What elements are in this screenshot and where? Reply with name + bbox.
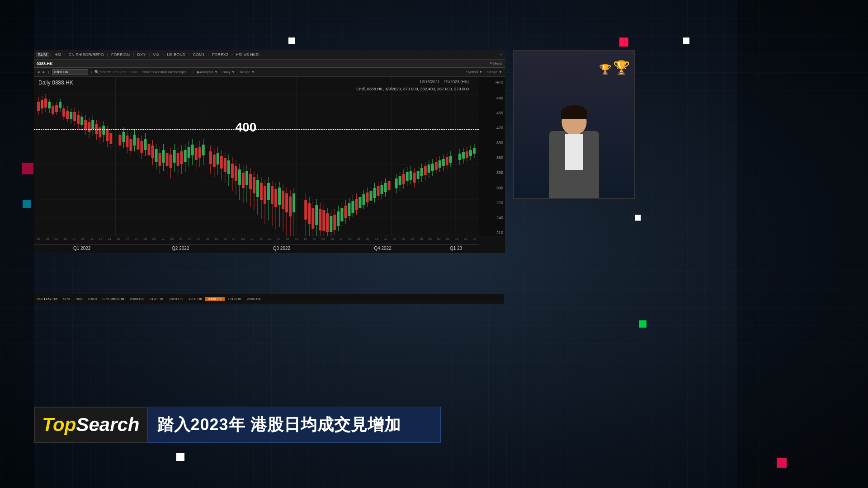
tab-foreign[interactable]: FOREIGN bbox=[109, 52, 132, 57]
ticker-0178: 0178.HK bbox=[146, 297, 166, 301]
svg-rect-107 bbox=[209, 151, 212, 164]
svg-rect-83 bbox=[162, 150, 165, 163]
candles-q1-2022 bbox=[37, 94, 112, 150]
svg-rect-91 bbox=[177, 153, 179, 166]
tab-usbond[interactable]: US BOND bbox=[165, 52, 188, 57]
svg-rect-179 bbox=[348, 203, 350, 216]
ticker-spx2: SPX 3690.HK bbox=[99, 297, 127, 301]
t50: 26 bbox=[470, 237, 479, 244]
svg-rect-239 bbox=[466, 151, 468, 158]
share-btn[interactable]: Share via Eikon Messenger... bbox=[142, 70, 189, 74]
tab-com1[interactable]: COM1 bbox=[191, 52, 207, 57]
svg-rect-19 bbox=[41, 100, 43, 108]
nav-back[interactable]: ◄ bbox=[37, 70, 40, 74]
shape-btn[interactable]: Shape ▼ bbox=[487, 70, 502, 74]
svg-rect-235 bbox=[458, 154, 461, 160]
svg-rect-173 bbox=[337, 211, 340, 226]
svg-rect-137 bbox=[264, 186, 266, 204]
t45: 26 bbox=[425, 237, 434, 244]
bottom-banner: TopSearch 踏入2023年 港股日均成交見增加 bbox=[34, 407, 441, 443]
search-btn[interactable]: 🔍 Search bbox=[94, 70, 112, 74]
t31: 19 bbox=[301, 237, 310, 244]
symbol-btn[interactable]: Symbol ▼ bbox=[466, 70, 483, 74]
svg-rect-47 bbox=[91, 120, 94, 129]
tab-hsi-hkd[interactable]: HSI VS HKD bbox=[233, 52, 261, 57]
svg-rect-87 bbox=[170, 155, 172, 168]
svg-rect-209 bbox=[406, 172, 409, 181]
svg-rect-163 bbox=[319, 209, 321, 230]
timeframe-btn[interactable]: Daily ▼ bbox=[222, 70, 235, 74]
svg-rect-85 bbox=[166, 153, 169, 166]
svg-rect-197 bbox=[381, 185, 383, 194]
t20: 06 bbox=[203, 237, 212, 244]
t11: 07 bbox=[123, 237, 132, 244]
ticker-baoi-name: BAOI bbox=[88, 297, 97, 301]
svg-rect-135 bbox=[260, 183, 263, 200]
nav-fwd[interactable]: ► bbox=[42, 70, 46, 74]
tab-sum[interactable]: SUM bbox=[36, 52, 49, 57]
svg-rect-71 bbox=[140, 141, 143, 153]
t22: 20 bbox=[221, 237, 230, 244]
t18: 16 bbox=[185, 237, 194, 244]
svg-rect-169 bbox=[330, 216, 332, 232]
ticker-bar: HSI 1157.HK SPX IXIC BAOI SPX 3690.HK 03… bbox=[34, 294, 504, 304]
svg-rect-27 bbox=[55, 105, 58, 112]
chart-title-bar: 0388.HK ≡ Menu bbox=[34, 60, 505, 68]
t33: 03 bbox=[319, 237, 328, 244]
minimize-btn[interactable]: － bbox=[499, 52, 503, 57]
svg-rect-171 bbox=[333, 215, 336, 230]
svg-rect-189 bbox=[366, 192, 368, 202]
symbol-search[interactable] bbox=[52, 69, 88, 75]
svg-rect-203 bbox=[395, 178, 398, 188]
t42: 05 bbox=[399, 237, 408, 244]
svg-rect-29 bbox=[59, 102, 61, 108]
t21: 13 bbox=[212, 237, 221, 244]
svg-rect-153 bbox=[292, 193, 295, 212]
svg-rect-75 bbox=[148, 144, 151, 155]
svg-rect-183 bbox=[355, 199, 358, 210]
svg-rect-37 bbox=[73, 112, 76, 121]
time-axis: 20 28 03 10 17 24 31 14 21 28 07 21 28 0… bbox=[34, 236, 505, 253]
svg-rect-45 bbox=[88, 122, 90, 132]
svg-rect-139 bbox=[267, 183, 270, 200]
price-300: 300 bbox=[481, 186, 503, 190]
t47: 09 bbox=[443, 237, 453, 244]
tab-shibor[interactable]: CN SHIBOR/REPO bbox=[66, 52, 106, 57]
menu-btn[interactable]: ≡ Menu bbox=[490, 61, 502, 66]
svg-rect-145 bbox=[278, 188, 281, 205]
tab-vix[interactable]: VIX bbox=[151, 52, 162, 57]
svg-rect-31 bbox=[62, 108, 65, 117]
q1-2022: Q1 2022 bbox=[34, 245, 130, 253]
svg-rect-105 bbox=[202, 145, 205, 155]
svg-rect-191 bbox=[370, 191, 373, 201]
tab-hsi[interactable]: HSI bbox=[52, 52, 63, 57]
svg-rect-79 bbox=[155, 149, 158, 162]
svg-rect-221 bbox=[428, 164, 430, 173]
svg-rect-229 bbox=[442, 159, 445, 166]
video-inset: 🏆 🏆 bbox=[513, 50, 635, 199]
t27: 22 bbox=[265, 237, 274, 244]
svg-rect-225 bbox=[435, 162, 438, 170]
svg-rect-103 bbox=[198, 147, 201, 158]
svg-rect-213 bbox=[413, 173, 416, 183]
range-btn[interactable]: Range ▼ bbox=[240, 70, 255, 74]
svg-rect-157 bbox=[308, 203, 311, 224]
t39: 14 bbox=[372, 237, 381, 244]
t37: 31 bbox=[354, 237, 363, 244]
t13: 28 bbox=[141, 237, 150, 244]
svg-rect-63 bbox=[126, 136, 128, 147]
t16: 25 bbox=[167, 237, 176, 244]
svg-rect-149 bbox=[285, 193, 288, 212]
t2: 28 bbox=[43, 237, 52, 244]
t3: 03 bbox=[52, 237, 61, 244]
t36: 24 bbox=[345, 237, 354, 244]
tab-forex2[interactable]: FOREX2 bbox=[210, 52, 231, 57]
analysis-btn[interactable]: ▶Analysis ▼ bbox=[197, 70, 218, 74]
ticker-hsi: HSI 1157.HK bbox=[34, 297, 60, 301]
chart-title: Daily 0388.HK bbox=[38, 80, 73, 86]
svg-rect-161 bbox=[315, 205, 318, 225]
tab-dxy[interactable]: DXY bbox=[135, 52, 148, 57]
ticker-7318-name: 7318.HK bbox=[227, 297, 241, 301]
deco-white-top bbox=[288, 38, 295, 44]
price-390: 390 bbox=[481, 141, 503, 145]
